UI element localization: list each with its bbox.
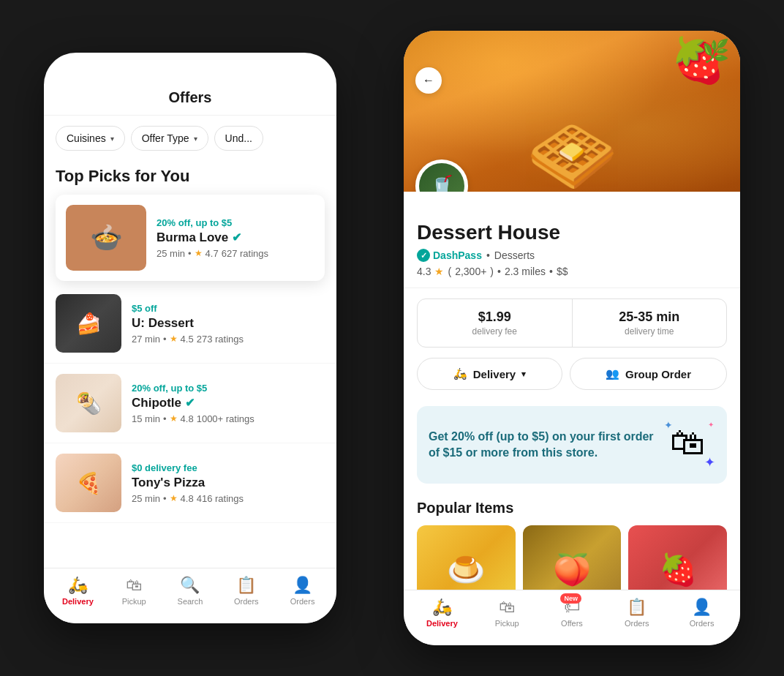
chipotle-image bbox=[56, 374, 121, 432]
nav-search[interactable]: 🔍 Search bbox=[170, 576, 211, 606]
delivery-boxes: $1.99 delivery fee 25-35 min delivery ti… bbox=[417, 298, 727, 348]
nav-delivery[interactable]: 🛵 Delivery bbox=[57, 576, 98, 606]
delivery-btn-icon: 🛵 bbox=[453, 367, 467, 380]
delivery-time-box: 25-35 min delivery time bbox=[573, 299, 727, 347]
rating-count: 2,300+ bbox=[455, 266, 486, 277]
nav-orders[interactable]: 📋 Orders bbox=[226, 576, 267, 606]
udessert-offer-label: $5 off bbox=[132, 303, 325, 314]
dashpass-label: DashPass bbox=[433, 249, 482, 261]
delivery-fee-value: $1.99 bbox=[428, 309, 562, 325]
delivery-button[interactable]: 🛵 Delivery ▾ bbox=[417, 358, 562, 390]
pizza-offer-label: $0 delivery fee bbox=[132, 462, 325, 473]
group-order-label: Group Order bbox=[625, 368, 691, 380]
section-title: Top Picks for You bbox=[44, 161, 336, 195]
offer-type-filter[interactable]: Offer Type ▾ bbox=[131, 126, 208, 151]
delivery-btn-label: Delivery bbox=[473, 368, 516, 380]
under-label: Und... bbox=[225, 132, 252, 144]
rating-star-icon: ★ bbox=[434, 266, 444, 277]
cuisine-label: Cuisines bbox=[67, 132, 106, 144]
nav-pickup[interactable]: 🛍 Pickup bbox=[113, 576, 154, 606]
right-account-nav-icon: 👤 bbox=[692, 598, 712, 617]
offer-type-chevron-icon: ▾ bbox=[194, 135, 197, 143]
delivery-time-value: 25-35 min bbox=[583, 309, 717, 325]
rating-value: 4.3 bbox=[417, 266, 431, 277]
right-phone-inner: 🧇 🍓 🌿 ← 🥤 Dessert House ✓ DashPass bbox=[404, 31, 740, 645]
restaurant-card-udessert[interactable]: $5 off U: Dessert 27 min • ★ 4.5 273 rat… bbox=[44, 284, 336, 364]
right-pickup-nav-label: Pickup bbox=[495, 619, 519, 628]
promo-bag-icon: 🛍 bbox=[670, 422, 705, 462]
udessert-info: $5 off U: Dessert 27 min • ★ 4.5 273 rat… bbox=[132, 303, 325, 345]
offer-type-label: Offer Type bbox=[142, 132, 189, 144]
back-button[interactable]: ← bbox=[415, 67, 442, 94]
right-nav-account[interactable]: 👤 Orders bbox=[682, 598, 723, 628]
category-label: Desserts bbox=[494, 249, 535, 261]
popular-section: Popular Items bbox=[404, 489, 740, 594]
right-nav-delivery[interactable]: 🛵 Delivery bbox=[421, 598, 462, 628]
popular-item-2[interactable] bbox=[523, 525, 622, 594]
promo-bag-container: ✦ 🛍 ✦ ✦ bbox=[664, 419, 715, 470]
chipotle-offer-label: 20% off, up to $5 bbox=[132, 383, 325, 394]
pizza-meta: 25 min • ★ 4.8 416 ratings bbox=[132, 493, 325, 504]
popular-item-3[interactable] bbox=[628, 525, 727, 594]
burma-meta: 25 min • ★ 4.7 627 ratings bbox=[157, 248, 314, 259]
filter-row: Cuisines ▾ Offer Type ▾ Und... bbox=[44, 116, 336, 161]
price-range: $$ bbox=[557, 266, 568, 277]
hero-image: 🧇 🍓 🌿 ← 🥤 bbox=[404, 31, 740, 192]
burma-offer-label: 20% off, up to $5 bbox=[157, 217, 314, 228]
restaurant-card-pizza[interactable]: $0 delivery fee Tony's Pizza 25 min • ★ … bbox=[44, 443, 336, 523]
search-nav-icon: 🔍 bbox=[180, 576, 200, 595]
right-pickup-nav-icon: 🛍 bbox=[499, 598, 515, 617]
udessert-meta: 27 min • ★ 4.5 273 ratings bbox=[132, 334, 325, 345]
burma-verified-icon: ✔ bbox=[232, 230, 241, 244]
detail-restaurant-name: Dessert House bbox=[417, 221, 727, 244]
delivery-time-label: delivery time bbox=[583, 326, 717, 337]
dashpass-check-icon: ✓ bbox=[417, 249, 430, 262]
left-phone-inner: Offers Cuisines ▾ Offer Type ▾ Und... To… bbox=[44, 53, 336, 623]
right-nav-pickup[interactable]: 🛍 Pickup bbox=[486, 598, 527, 628]
right-nav-orders[interactable]: 📋 Orders bbox=[617, 598, 657, 628]
right-delivery-nav-icon: 🛵 bbox=[432, 598, 452, 617]
promo-banner: Get 20% off (up to $5) on your first ord… bbox=[417, 406, 727, 484]
restaurant-detail: Dessert House ✓ DashPass • Desserts 4.3 … bbox=[404, 192, 740, 288]
offers-icon-wrapper: 🏷 New bbox=[564, 598, 580, 617]
account-nav-icon: 👤 bbox=[293, 576, 312, 595]
delivery-fee-label: delivery fee bbox=[428, 326, 562, 337]
right-nav-offers[interactable]: 🏷 New Offers bbox=[551, 598, 592, 628]
popular-items-row bbox=[417, 525, 727, 594]
action-buttons: 🛵 Delivery ▾ 👥 Group Order bbox=[404, 358, 740, 400]
pizza-star-icon: ★ bbox=[170, 493, 178, 503]
right-bottom-nav: 🛵 Delivery 🛍 Pickup 🏷 New Offers 📋 Order… bbox=[404, 590, 740, 645]
popular-item-1[interactable] bbox=[417, 525, 516, 594]
group-order-button[interactable]: 👥 Group Order bbox=[570, 358, 727, 390]
page-title: Offers bbox=[59, 89, 322, 106]
restaurant-card-chipotle[interactable]: 20% off, up to $5 Chipotle ✔ 15 min • ★ … bbox=[44, 364, 336, 443]
restaurant-card-featured[interactable]: 20% off, up to $5 Burma Love ✔ 25 min • … bbox=[56, 195, 325, 281]
cuisine-filter[interactable]: Cuisines ▾ bbox=[56, 126, 125, 151]
group-order-icon: 👥 bbox=[606, 367, 619, 380]
chipotle-verified-icon: ✔ bbox=[185, 396, 195, 410]
burma-love-image bbox=[66, 205, 146, 271]
delivery-fee-box: $1.99 delivery fee bbox=[418, 299, 573, 347]
rating-row: 4.3 ★ ( 2,300+ ) • 2.3 miles • $$ bbox=[417, 266, 727, 277]
udessert-star-icon: ★ bbox=[170, 334, 178, 344]
right-account-nav-label: Orders bbox=[690, 619, 715, 628]
hero-waffle-icon: 🧇 bbox=[527, 113, 618, 192]
distance-label: 2.3 miles bbox=[505, 266, 546, 277]
right-offers-nav-label: Offers bbox=[561, 619, 583, 628]
under-filter[interactable]: Und... bbox=[214, 126, 263, 151]
dashpass-row: ✓ DashPass • Desserts bbox=[417, 249, 727, 262]
nav-account[interactable]: 👤 Orders bbox=[282, 576, 323, 606]
right-orders-nav-icon: 📋 bbox=[627, 598, 647, 617]
pizza-image bbox=[56, 454, 121, 512]
delivery-btn-chevron-icon: ▾ bbox=[521, 369, 526, 379]
left-header: Offers bbox=[44, 53, 336, 116]
burma-love-name: Burma Love ✔ bbox=[157, 230, 314, 245]
burma-love-info: 20% off, up to $5 Burma Love ✔ 25 min • … bbox=[157, 217, 314, 259]
udessert-image bbox=[56, 294, 121, 353]
promo-text: Get 20% off (up to $5) on your first ord… bbox=[429, 429, 655, 462]
right-delivery-nav-label: Delivery bbox=[426, 619, 458, 628]
chipotle-name: Chipotle ✔ bbox=[132, 396, 325, 410]
pizza-info: $0 delivery fee Tony's Pizza 25 min • ★ … bbox=[132, 462, 325, 504]
offers-new-badge: New bbox=[560, 593, 581, 604]
left-phone: Offers Cuisines ▾ Offer Type ▾ Und... To… bbox=[44, 53, 336, 623]
